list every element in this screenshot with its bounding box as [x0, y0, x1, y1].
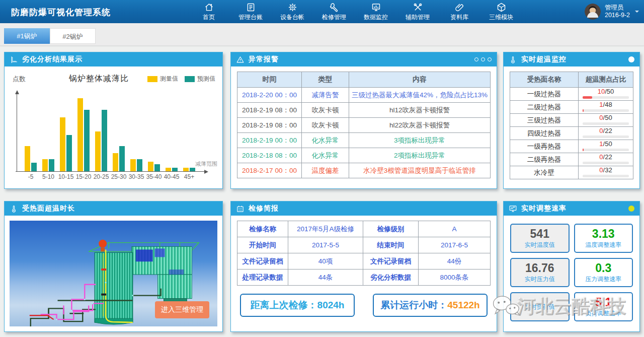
nav-item-monitor[interactable]: 数据监控: [361, 2, 390, 22]
enter-3d-button[interactable]: 进入三维管理: [155, 301, 209, 318]
panel-overtemp-title: 实时超温监控: [521, 55, 567, 64]
panel-boiler3d: 受热面超温时长: [4, 201, 223, 332]
tab-boiler-1[interactable]: #1锅炉: [4, 28, 50, 44]
topbar: 防磨防爆可视化管理系统 首页 管理台账 设备台帐 检修管理 数据监控 辅助管理 …: [0, 0, 644, 23]
nav-item-paperclip[interactable]: 资料库: [445, 2, 474, 22]
page: 防磨防爆可视化管理系统 首页 管理台账 设备台帐 检修管理 数据监控 辅助管理 …: [0, 0, 644, 337]
alarms-column-header: 类型: [302, 72, 349, 88]
total-run-hours-label: 累计运行小时：: [380, 299, 447, 312]
thermometer-icon: [10, 205, 18, 213]
panel-rates-title: 实时调整速率: [521, 204, 567, 213]
panel-overtemp-header: 实时超温监控: [504, 52, 639, 66]
overtemp-progress: [583, 96, 629, 99]
nav-item-ledger[interactable]: 管理台账: [236, 2, 265, 22]
alarm-type: 吹灰卡顿: [302, 118, 349, 133]
overtemp-table-head: 受热面名称超温测点占比: [510, 72, 633, 88]
chart-bar-group: 30-35: [130, 159, 142, 171]
overtemp-ratio: 0/32: [579, 166, 633, 179]
alarm-row: 2018-2-18 08：00 化水异常 2项指标出现异常: [237, 148, 491, 163]
alarm-time: 2018-2-19 08：00: [237, 103, 302, 118]
maintenance-label: 劣化分析数据: [363, 269, 419, 286]
overtemp-ratio: 0/50: [579, 114, 633, 127]
maintenance-label: 检修名称: [237, 221, 288, 237]
nav-item-tools[interactable]: 辅助管理: [403, 2, 432, 22]
since-last-maintenance-button[interactable]: 距离上次检修：8024h: [240, 294, 355, 317]
maintenance-label: 开始时间: [237, 237, 288, 253]
rate-label: 实时温度值: [525, 241, 555, 249]
panel-alarms-menu[interactable]: [474, 57, 492, 61]
maintenance-label: 处理记录数据: [237, 269, 288, 286]
rate-tiles: 541 实时温度值 3.13 温度调整速率 16.76 实时压力值 0.3 压力…: [504, 216, 639, 329]
overtemp-ratio: 10/50: [579, 88, 633, 101]
legend-item: 预测值: [185, 75, 215, 83]
maintenance-table-body: 检修名称2017年5月A级检修检修级别A开始时间2017-5-5结束时间2017…: [237, 221, 491, 286]
nav-item-gear[interactable]: 设备台帐: [278, 2, 307, 22]
nav-item-label: 设备台帐: [280, 13, 304, 22]
chart-bar: [119, 146, 125, 171]
maintenance-row: 处理记录数据44条劣化分析数据8000条条: [237, 269, 491, 286]
total-run-hours-button[interactable]: 累计运行小时： 45122h: [373, 294, 488, 317]
user-menu[interactable]: 管理员 2016-9-2: [585, 4, 630, 20]
tools-icon: [413, 2, 423, 13]
chart-bar: [154, 164, 160, 171]
alarm-content: hl12吹灰器卡顿报警: [349, 103, 491, 118]
alarm-type: 化水异常: [302, 148, 349, 163]
chart-bar: [66, 135, 72, 171]
cube-icon: [496, 2, 507, 13]
panel-maintenance-header: 检修简报: [231, 201, 497, 216]
chart-bar: [84, 110, 90, 171]
overtemp-column-header: 受热面名称: [510, 72, 579, 88]
nav-item-repair[interactable]: 检修管理: [319, 2, 349, 22]
maintenance-value: 2017年5月A级检修: [288, 221, 363, 237]
alarms-column-header: 内容: [349, 72, 491, 88]
maintenance-label: 文件记录留档: [363, 253, 419, 269]
chart-bar: [102, 110, 107, 171]
nav-item-label: 管理台账: [238, 13, 263, 22]
maintenance-value: 2017-5-5: [288, 237, 363, 253]
chart-category-label: 5-10: [42, 173, 54, 180]
chart-bar: [130, 159, 136, 171]
nav-item-label: 辅助管理: [406, 13, 430, 22]
tab-boiler-2[interactable]: #2锅炉: [50, 28, 96, 44]
nav-item-home[interactable]: 首页: [194, 2, 223, 22]
alarm-time: 2018-2-18 08：00: [237, 148, 302, 163]
chevron-down-icon[interactable]: [635, 11, 639, 15]
tab-bar: #1锅炉#2锅炉: [0, 23, 644, 46]
alarm-row: 2018-2-20 00：00 减薄告警 三级过热器最大减薄值42%，危险点占比…: [237, 88, 491, 103]
overtemp-progress: [583, 162, 629, 164]
legend-swatch: [185, 76, 195, 82]
maintenance-value: 2017-6-5: [419, 237, 491, 253]
alarm-type: 减薄告警: [302, 88, 349, 103]
alarm-content: 三级过热器最大减薄值42%，危险点占比13%: [349, 88, 491, 103]
nav-item-label: 三维模块: [489, 13, 513, 22]
chart-bar: [42, 159, 48, 171]
chart-bar-group: 10-15: [60, 117, 72, 171]
chart-bar-group: 15-20: [77, 98, 90, 171]
chart-bar-group: 40-45: [166, 168, 178, 171]
surface-name: 一级过热器: [510, 88, 579, 101]
nav-item-cube[interactable]: 三维模块: [487, 2, 516, 22]
repair-icon: [329, 2, 340, 13]
overtemp-ratio: 1/48: [579, 101, 633, 114]
alarm-row: 2018-2-19 08：00 吹灰卡顿 hl12吹灰器卡顿报警: [237, 103, 491, 118]
legend-swatch: [147, 76, 157, 82]
maintenance-value: 44条: [288, 269, 363, 286]
panel-alarms-header: 异常报警: [231, 52, 497, 66]
y-axis: [17, 92, 17, 172]
rate-tile: 0.3 压力调整速率: [574, 258, 633, 287]
boiler-3d-view[interactable]: 进入三维管理: [10, 221, 217, 326]
chart-xlabel: 减薄范围: [195, 160, 217, 168]
maintenance-table: 检修名称2017年5月A级检修检修级别A开始时间2017-5-5结束时间2017…: [237, 221, 491, 286]
surface-name: 二级再热器: [510, 153, 579, 166]
overtemp-progress: [583, 122, 629, 125]
alarm-content: hl22吹灰器卡顿报警: [349, 118, 491, 133]
panel-degradation-header: 劣化分析结果展示: [5, 52, 222, 66]
warning-icon: [236, 55, 245, 64]
panel-boiler3d-header: 受热面超温时长: [5, 201, 222, 216]
avatar: [585, 4, 601, 20]
panel-rates: 实时调整速率 541 实时温度值 3.13 温度调整速率 16.76 实时压力值…: [503, 201, 640, 332]
chart-bar: [77, 98, 83, 171]
nav-item-label: 资料库: [450, 13, 468, 22]
chart-bar: [31, 163, 37, 171]
nav-item-label: 首页: [203, 13, 215, 22]
